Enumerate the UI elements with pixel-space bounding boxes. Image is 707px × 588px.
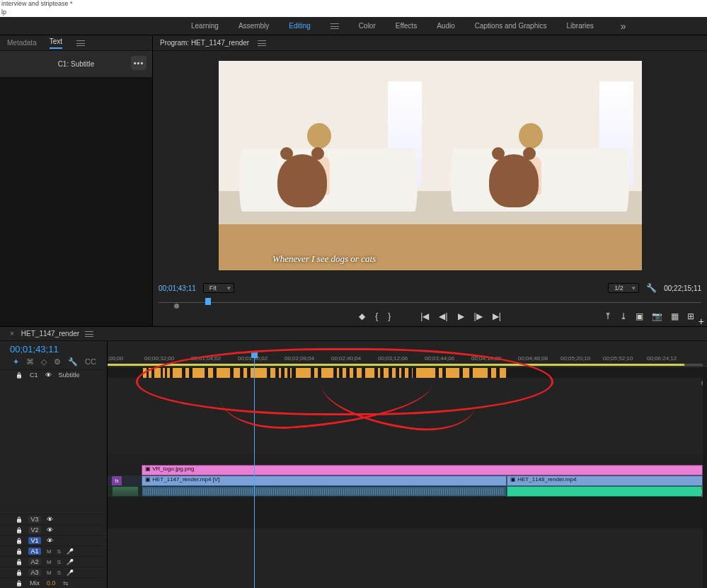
solo-button[interactable]: S [57, 559, 61, 565]
subtitle-clip[interactable] [208, 368, 214, 378]
subtitle-clip[interactable] [343, 368, 347, 378]
subtitle-clip[interactable] [378, 368, 381, 378]
scrub-playhead[interactable] [205, 298, 211, 305]
linked-selection-icon[interactable]: ⌘ [26, 357, 34, 367]
subtitle-clip[interactable] [463, 368, 470, 378]
subtitle-clip[interactable] [154, 368, 161, 378]
track-a2-label[interactable]: A2 [28, 558, 41, 565]
subtitle-clip[interactable] [439, 368, 443, 378]
workspace-editing[interactable]: Editing [289, 22, 311, 30]
timeline-timecode[interactable]: 00;01;43;11 [0, 341, 107, 356]
track-v1-header[interactable]: V1 [0, 535, 107, 546]
subtitle-clip[interactable] [337, 368, 340, 378]
workspace-audio[interactable]: Audio [437, 22, 455, 30]
clip-v2[interactable]: ▣ VR_logo.jpg.png [142, 465, 703, 475]
text-panel-menu-icon[interactable] [76, 40, 85, 46]
mute-button[interactable]: M [47, 548, 52, 555]
track-a3-header[interactable]: A3 M S [0, 567, 107, 577]
subtitle-clip[interactable] [290, 368, 292, 378]
sequence-tab[interactable]: HET_1147_render [21, 330, 79, 338]
program-tab-menu-icon[interactable] [258, 40, 266, 46]
zoom-fit-dropdown[interactable]: Fit [203, 283, 234, 293]
voiceover-icon[interactable] [67, 548, 74, 555]
subtitle-clip[interactable] [251, 368, 268, 378]
subtitle-clip[interactable] [399, 368, 402, 378]
mute-button[interactable]: M [47, 570, 52, 576]
text-panel-body[interactable] [0, 78, 152, 326]
extract-button[interactable]: ⤓ [620, 311, 627, 321]
solo-button[interactable]: S [57, 570, 61, 576]
mute-button[interactable]: M [47, 559, 52, 565]
track-a2-header[interactable]: A2 M S [0, 556, 107, 567]
solo-button[interactable]: S [57, 548, 61, 555]
step-back-button[interactable]: ◀| [439, 311, 447, 321]
program-tab[interactable]: Program: HET_1147_render [160, 39, 249, 47]
subtitle-clip[interactable] [270, 368, 276, 378]
lock-icon[interactable] [16, 569, 23, 576]
subtitle-clip[interactable] [416, 368, 436, 378]
track-a1-header[interactable]: A1 M S [0, 546, 107, 556]
mix-lane[interactable] [108, 518, 703, 529]
snap-icon[interactable]: ✦ [13, 357, 19, 367]
workspace-overflow-icon[interactable]: » [621, 21, 626, 32]
fx-badge[interactable]: fx [112, 476, 122, 485]
subtitle-clip[interactable] [243, 368, 248, 378]
export-frame-button[interactable]: ▣ [636, 311, 643, 321]
subtitle-clip[interactable] [279, 368, 282, 378]
sequence-close-icon[interactable]: × [10, 330, 14, 338]
subtitle-clip[interactable] [473, 368, 488, 378]
lock-icon[interactable] [16, 537, 23, 544]
workspace-effects[interactable]: Effects [396, 22, 417, 30]
subtitle-clip[interactable] [412, 368, 413, 378]
link-icon[interactable]: ⇋ [63, 580, 69, 587]
program-timecode[interactable]: 00;01;43;11 [159, 284, 196, 292]
track-mix-header[interactable]: Mix 0.0 ⇋ [0, 577, 107, 588]
marker-icon[interactable]: ◇ [41, 357, 47, 367]
subtitle-clip[interactable] [143, 368, 147, 378]
subtitle-clip[interactable] [321, 368, 334, 378]
work-area-fill[interactable] [108, 364, 684, 366]
v3-lane[interactable] [108, 454, 703, 465]
lock-icon[interactable] [16, 558, 23, 565]
subtitle-clip[interactable] [167, 368, 171, 378]
lock-icon[interactable] [16, 548, 23, 555]
go-to-out-button[interactable]: ▶| [493, 311, 501, 321]
add-marker-button[interactable]: ◆ [359, 311, 365, 321]
subtitle-clip[interactable] [163, 368, 166, 378]
subtitle-clip[interactable] [491, 368, 497, 378]
comparison-view-button[interactable]: ▦ [671, 311, 679, 321]
eye-icon[interactable] [45, 371, 52, 379]
track-v3-header[interactable]: V3 [0, 514, 107, 524]
subtitle-clip[interactable] [500, 368, 507, 378]
vr-view-button[interactable]: ⊞ [687, 311, 694, 321]
clip-v1-b[interactable]: ▣ HET_1148_render.mp4 [507, 475, 703, 486]
subtitle-clip[interactable] [392, 368, 396, 378]
go-to-in-button[interactable]: |◀ [420, 311, 429, 321]
voiceover-icon[interactable] [67, 569, 74, 576]
subtitle-clip[interactable] [365, 368, 375, 378]
track-v3-label[interactable]: V3 [28, 516, 41, 523]
track-v2-label[interactable]: V2 [28, 526, 41, 534]
menu-bar[interactable]: lp [0, 8, 707, 17]
subtitle-clip[interactable] [192, 368, 205, 378]
clip-a1-a[interactable] [142, 486, 507, 497]
mark-in-button[interactable]: { [375, 311, 378, 321]
track-a1-label[interactable]: A1 [28, 548, 41, 555]
lock-icon[interactable] [16, 516, 23, 523]
playhead-line[interactable] [254, 354, 255, 588]
eye-icon[interactable] [47, 537, 53, 544]
timeline-wrench-icon[interactable]: 🔧 [68, 357, 78, 367]
subtitle-clip[interactable] [446, 368, 460, 378]
workspace-color[interactable]: Color [359, 22, 376, 30]
step-forward-button[interactable]: |▶ [474, 311, 483, 321]
lock-icon[interactable] [16, 580, 23, 587]
subtitle-clip[interactable] [173, 368, 183, 378]
eye-icon[interactable] [47, 526, 53, 534]
track-v1-label[interactable]: V1 [28, 537, 41, 544]
timeline-tab-menu-icon[interactable] [85, 331, 93, 337]
playhead-icon[interactable] [251, 351, 258, 358]
lock-icon[interactable] [16, 371, 23, 379]
voiceover-icon[interactable] [67, 558, 74, 565]
program-video-area[interactable]: Whenever I see dogs or cats [153, 51, 707, 279]
tab-text[interactable]: Text [50, 38, 62, 49]
